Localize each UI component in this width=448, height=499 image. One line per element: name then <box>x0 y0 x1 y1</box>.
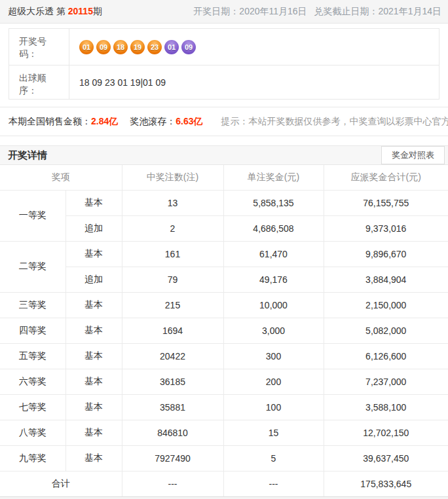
order-label-line2: 序： <box>19 85 37 96</box>
total-label-cell: 合计 <box>0 471 122 496</box>
draw-numbers-balls: 01 09 18 19 23 01 09 <box>69 29 439 65</box>
total-prize-cell: 12,702,150 <box>324 420 448 445</box>
single-prize-cell: 3,000 <box>223 318 324 343</box>
numbers-section: 开奖号 码： 01 09 18 19 23 01 09 出球顺 序： 18 09… <box>0 24 448 107</box>
table-row: 追加 2 4,686,508 9,373,016 <box>0 215 448 241</box>
ball-order-value: 18 09 23 01 19|01 09 <box>69 65 439 100</box>
single-prize-cell: 300 <box>223 343 324 369</box>
sales-amount: 2.84亿 <box>91 116 118 128</box>
front-ball: 18 <box>113 40 128 54</box>
draw-label-line1: 开奖号 <box>19 36 47 46</box>
single-prize-cell: 49,176 <box>223 267 324 292</box>
count-cell: 215 <box>122 292 223 318</box>
disclaimer-tip: 提示：本站开奖数据仅供参考，中奖查询以彩票中心官方开奖信息为准 <box>221 116 448 128</box>
table-row: 二等奖 基本 161 61,470 9,896,670 <box>0 241 448 267</box>
table-row: 五等奖 基本 20422 300 6,126,600 <box>0 343 448 369</box>
total-prize-cell: 9,373,016 <box>324 215 448 241</box>
single-prize-cell: 5 <box>223 445 324 471</box>
order-label-line1: 出球顺 <box>19 73 47 83</box>
prize-name-cell: 八等奖 <box>0 420 65 445</box>
footer-strip <box>0 496 448 499</box>
prize-compare-button[interactable]: 奖金对照表 <box>381 146 445 164</box>
total-amount-cell: 175,833,645 <box>324 471 448 496</box>
back-ball: 01 <box>164 40 179 54</box>
table-row: 追加 79 49,176 3,884,904 <box>0 267 448 292</box>
total-prize-cell: 9,896,670 <box>324 241 448 267</box>
prize-type-cell: 基本 <box>65 190 122 215</box>
front-ball: 09 <box>96 40 111 54</box>
prize-type-cell: 基本 <box>65 292 122 318</box>
count-cell: 1694 <box>122 318 223 343</box>
numbers-table: 开奖号 码： 01 09 18 19 23 01 09 出球顺 序： 18 09… <box>9 28 439 100</box>
ball-order-row: 出球顺 序： 18 09 23 01 19|01 09 <box>9 65 439 100</box>
count-cell: 2 <box>122 215 223 241</box>
draw-numbers-row: 开奖号 码： 01 09 18 19 23 01 09 <box>9 29 439 65</box>
prize-name-cell: 九等奖 <box>0 445 65 471</box>
table-row: 一等奖 基本 13 5,858,135 76,155,755 <box>0 190 448 215</box>
table-header-row: 奖项 中奖注数(注) 单注奖金(元) 应派奖金合计(元) <box>0 165 448 190</box>
total-prize-cell: 6,126,600 <box>324 343 448 369</box>
prize-name-cell: 五等奖 <box>0 343 65 369</box>
ball-order-label: 出球顺 序： <box>9 65 69 100</box>
single-prize-cell: 10,000 <box>223 292 324 318</box>
pool-amount: 6.63亿 <box>176 116 202 128</box>
period-number: 20115 <box>68 6 93 16</box>
prize-name-cell: 七等奖 <box>0 394 65 420</box>
prize-name-cell: 一等奖 <box>0 190 65 241</box>
count-cell: 13 <box>122 190 223 215</box>
total-prize-cell: 76,155,755 <box>324 190 448 215</box>
table-row: 七等奖 基本 35881 100 3,588,100 <box>0 394 448 420</box>
total-count-cell: --- <box>122 471 223 496</box>
single-prize-cell: 200 <box>223 369 324 394</box>
prize-type-cell: 基本 <box>65 318 122 343</box>
sales-info-row: 本期全国销售金额：2.84亿 奖池滚存：6.63亿 提示：本站开奖数据仅供参考，… <box>0 107 448 136</box>
col-header-single: 单注奖金(元) <box>223 165 324 190</box>
count-cell: 846810 <box>122 420 223 445</box>
prize-type-cell: 基本 <box>65 241 122 267</box>
period-suffix: 期 <box>93 6 102 16</box>
front-ball: 19 <box>130 40 145 54</box>
total-prize-cell: 7,237,000 <box>324 369 448 394</box>
col-header-prize: 奖项 <box>0 165 122 190</box>
lottery-title: 超级大乐透 第 20115期 <box>8 6 102 18</box>
total-single-cell: --- <box>223 471 324 496</box>
count-cell: 20422 <box>122 343 223 369</box>
col-header-total: 应派奖金合计(元) <box>324 165 448 190</box>
prize-name-cell: 六等奖 <box>0 369 65 394</box>
draw-numbers-label: 开奖号 码： <box>9 29 69 65</box>
total-prize-cell: 3,588,100 <box>324 394 448 420</box>
draw-label-line2: 码： <box>19 48 37 59</box>
draw-date: 开奖日期：2020年11月16日 <box>193 6 307 16</box>
prize-type-cell: 基本 <box>65 394 122 420</box>
prize-type-cell: 基本 <box>65 445 122 471</box>
table-row: 八等奖 基本 846810 15 12,702,150 <box>0 420 448 445</box>
sales-label: 本期全国销售金额： <box>9 116 91 128</box>
prize-type-cell: 基本 <box>65 420 122 445</box>
total-prize-cell: 39,637,450 <box>324 445 448 471</box>
pool-label: 奖池滚存： <box>130 116 176 128</box>
prize-table: 奖项 中奖注数(注) 单注奖金(元) 应派奖金合计(元) 一等奖 基本 13 5… <box>0 165 448 496</box>
table-row: 六等奖 基本 36185 200 7,237,000 <box>0 369 448 394</box>
section-gap <box>0 136 448 145</box>
front-ball: 01 <box>79 40 94 54</box>
total-prize-cell: 2,150,000 <box>324 292 448 318</box>
prize-type-cell: 基本 <box>65 369 122 394</box>
single-prize-cell: 15 <box>223 420 324 445</box>
back-ball: 09 <box>181 40 196 54</box>
col-header-count: 中奖注数(注) <box>122 165 223 190</box>
count-cell: 79 <box>122 267 223 292</box>
redeem-deadline: 兑奖截止日期：2021年1月14日 <box>314 6 441 16</box>
count-cell: 36185 <box>122 369 223 394</box>
single-prize-cell: 4,686,508 <box>223 215 324 241</box>
table-row: 四等奖 基本 1694 3,000 5,082,000 <box>0 318 448 343</box>
prize-name-cell: 二等奖 <box>0 241 65 292</box>
count-cell: 35881 <box>122 394 223 420</box>
details-title: 开奖详情 <box>8 149 47 162</box>
single-prize-cell: 61,470 <box>223 241 324 267</box>
table-row: 三等奖 基本 215 10,000 2,150,000 <box>0 292 448 318</box>
total-row: 合计 --- --- 175,833,645 <box>0 471 448 496</box>
date-info: 开奖日期：2020年11月16日 兑奖截止日期：2021年1月14日 <box>193 6 441 18</box>
prize-type-cell: 基本 <box>65 343 122 369</box>
count-cell: 7927490 <box>122 445 223 471</box>
total-prize-cell: 5,082,000 <box>324 318 448 343</box>
